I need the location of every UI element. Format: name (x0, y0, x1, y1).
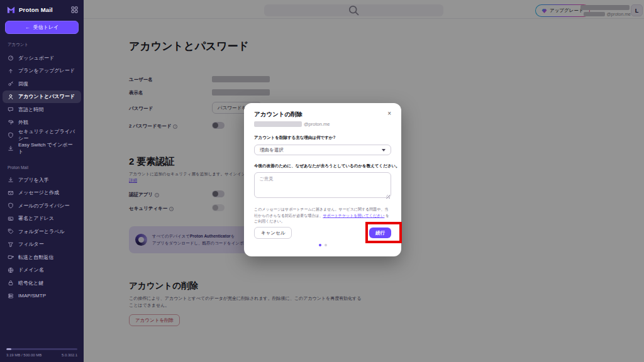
cancel-button[interactable]: キャンセル (254, 227, 292, 239)
storage-meter: 3.19 MB / 500.00 MB 5.0.302.1 (6, 348, 77, 357)
easy-switch-icon (8, 145, 14, 151)
sidebar-item-dashboard[interactable]: ダッシュボード (3, 52, 81, 65)
storage-progress-bar (6, 348, 77, 350)
nav-section-account-label: アカウント (3, 39, 81, 48)
brand-title: Proton Mail (19, 6, 67, 13)
upgrade-icon (8, 68, 14, 74)
app-version-text: 5.0.302.1 (62, 353, 77, 357)
support-ticket-link[interactable]: サポートチケットを開いてください (323, 214, 384, 217)
proton-settings-page: Proton Mail ← 受信トレイ アカウント ダッシュボード プランをアッ… (0, 0, 644, 362)
nav-section-protonmail-label: Proton Mail (3, 161, 81, 170)
language-time-icon (8, 106, 14, 112)
sidebar-item-email-privacy[interactable]: メールのプライバシー (3, 199, 81, 212)
delete-reason-label: アカウントを削除する主な理由は何ですか? (254, 135, 391, 141)
sidebar: Proton Mail ← 受信トレイ アカウント ダッシュボード プランをアッ… (0, 0, 84, 362)
recovery-key-icon (8, 80, 14, 87)
sidebar-item-easy-switch[interactable]: Easy Switch でインポート (3, 142, 81, 155)
sidebar-item-identity-addresses[interactable]: 署名とアドレス (3, 212, 81, 226)
delete-reason-selected-value: 理由を選択 (260, 147, 284, 153)
close-icon[interactable]: × (387, 111, 391, 117)
sidebar-nav: アカウント ダッシュボード プランをアップグレード 回復 アカウントとパスワード… (3, 39, 81, 302)
sidebar-item-language-time[interactable]: 言語と時間 (3, 103, 81, 116)
back-arrow-icon: ← (25, 25, 30, 30)
filters-icon (8, 241, 14, 248)
domain-names-icon (8, 267, 14, 273)
get-apps-icon (8, 177, 14, 183)
sidebar-item-security-privacy[interactable]: セキュリティとプライバシー (3, 129, 81, 142)
annotation-highlight-box (365, 222, 402, 243)
sidebar-item-domain-names[interactable]: ドメイン名 (3, 264, 81, 277)
sidebar-item-encryption-keys[interactable]: 暗号化と鍵 (3, 277, 81, 290)
sidebar-item-imap-smtp[interactable]: IMAP/SMTP (3, 290, 81, 303)
sidebar-item-forward-autoreply[interactable]: 転送と自動返信 (3, 251, 81, 264)
folders-labels-icon (8, 228, 14, 234)
sidebar-item-get-apps[interactable]: アプリを入手 (3, 173, 81, 187)
step-dot-idle (325, 244, 327, 246)
sidebar-logo-row: Proton Mail (6, 5, 79, 14)
back-to-inbox-button[interactable]: ← 受信トレイ (5, 21, 79, 34)
encryption-keys-icon (8, 280, 14, 286)
sidebar-item-folders-labels[interactable]: フォルダーとラベル (3, 225, 81, 238)
storage-progress-fill (6, 348, 11, 350)
back-to-inbox-label: 受信トレイ (33, 24, 59, 31)
sidebar-item-account-password[interactable]: アカウントとパスワード (3, 90, 81, 104)
proton-mail-logo-icon (6, 5, 16, 14)
feedback-textarea-wrap (254, 172, 391, 200)
sidebar-item-recovery[interactable]: 回復 (3, 77, 81, 90)
email-privacy-icon (8, 202, 14, 209)
identity-addresses-icon (8, 216, 14, 222)
feedback-textarea[interactable] (254, 172, 391, 198)
chevron-down-icon (382, 149, 386, 151)
modal-email-domain-text: @proton.me (304, 121, 330, 127)
imap-smtp-icon (8, 293, 14, 299)
step-dot-active (319, 244, 321, 246)
forward-autoreply-icon (8, 254, 14, 260)
modal-step-dots (244, 244, 401, 246)
sidebar-item-appearance[interactable]: 外観 (3, 116, 81, 129)
sidebar-item-upgrade-plan[interactable]: プランをアップグレード (3, 65, 81, 78)
sidebar-item-filters[interactable]: フィルター (3, 238, 81, 251)
feedback-label: 今後の改善のために、なぜあなたが去ろうとしているのかを教えてください。 (254, 163, 391, 169)
delete-reason-select[interactable]: 理由を選択 (254, 145, 391, 155)
security-privacy-icon (8, 132, 14, 138)
messages-compose-icon (8, 190, 14, 196)
account-icon (8, 94, 14, 100)
sidebar-item-messages-compose[interactable]: メッセージと作成 (3, 187, 81, 200)
app-switcher-icon[interactable] (70, 6, 79, 14)
dashboard-icon (8, 55, 14, 61)
modal-title: アカウントの削除 (254, 111, 303, 119)
appearance-icon (8, 119, 14, 126)
redacted-modal-email-local-part (254, 121, 302, 127)
storage-usage-text: 3.19 MB / 500.00 MB (6, 353, 42, 357)
modal-account-email: @proton.me (254, 121, 391, 127)
